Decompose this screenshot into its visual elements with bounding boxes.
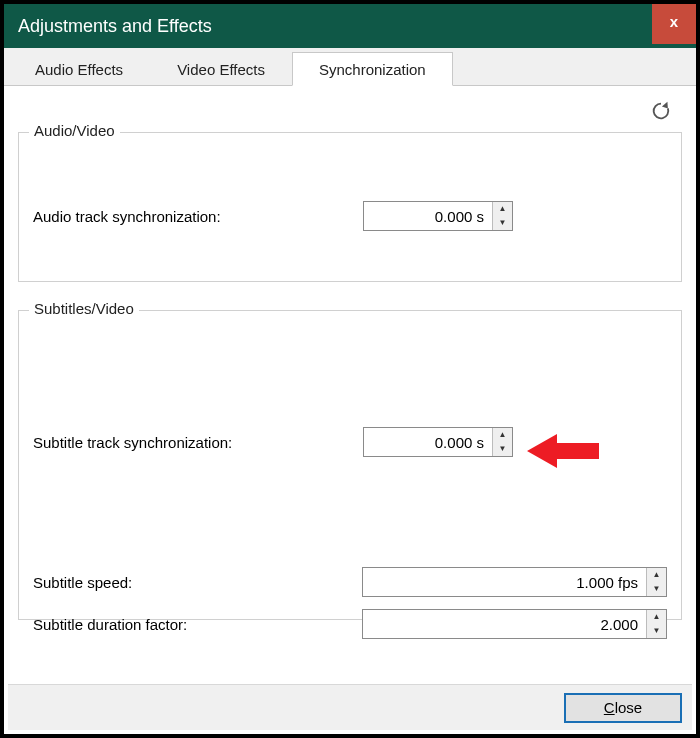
close-button-rest: lose (615, 699, 643, 716)
close-button-mnemonic: C (604, 699, 615, 716)
spin-up-button[interactable]: ▲ (493, 428, 512, 442)
tab-label: Audio Effects (35, 61, 123, 78)
tab-label: Video Effects (177, 61, 265, 78)
close-icon: x (670, 13, 678, 30)
spin-arrows: ▲ ▼ (492, 202, 512, 230)
tab-audio-effects[interactable]: Audio Effects (8, 52, 150, 86)
audio-sync-spinbox[interactable]: 0.000 s ▲ ▼ (363, 201, 513, 231)
audio-sync-value: 0.000 s (364, 208, 492, 225)
spin-down-button[interactable]: ▼ (647, 624, 666, 638)
group-subtitles-video: Subtitles/Video Subtitle track synchroni… (18, 310, 682, 620)
spin-up-button[interactable]: ▲ (647, 610, 666, 624)
window-close-button[interactable]: x (652, 4, 696, 44)
spin-down-button[interactable]: ▼ (493, 216, 512, 230)
title-bar: Adjustments and Effects x (4, 4, 696, 48)
close-button[interactable]: Close (564, 693, 682, 723)
refresh-icon (650, 100, 672, 122)
subtitle-factor-spinbox[interactable]: 2.000 ▲ ▼ (362, 609, 667, 639)
subtitle-sync-spinbox[interactable]: 0.000 s ▲ ▼ (363, 427, 513, 457)
group-audio-video: Audio/Video Audio track synchronization:… (18, 132, 682, 282)
spin-arrows: ▲ ▼ (646, 568, 666, 596)
label-subtitle-factor: Subtitle duration factor: (33, 616, 362, 633)
dialog-button-bar: Close (8, 684, 692, 730)
spin-arrows: ▲ ▼ (492, 428, 512, 456)
label-subtitle-speed: Subtitle speed: (33, 574, 362, 591)
label-subtitle-sync: Subtitle track synchronization: (33, 434, 363, 451)
subtitle-factor-value: 2.000 (363, 616, 646, 633)
tab-content-synchronization: Audio/Video Audio track synchronization:… (4, 86, 696, 620)
spin-down-button[interactable]: ▼ (493, 442, 512, 456)
subtitle-sync-value: 0.000 s (364, 434, 492, 451)
group-legend-audio-video: Audio/Video (29, 122, 120, 139)
tab-video-effects[interactable]: Video Effects (150, 52, 292, 86)
spin-down-button[interactable]: ▼ (647, 582, 666, 596)
group-legend-subtitles-video: Subtitles/Video (29, 300, 139, 317)
tab-label: Synchronization (319, 61, 426, 78)
window-title: Adjustments and Effects (18, 16, 212, 36)
refresh-button[interactable] (650, 100, 672, 122)
subtitle-speed-value: 1.000 fps (363, 574, 646, 591)
tab-synchronization[interactable]: Synchronization (292, 52, 453, 86)
spin-up-button[interactable]: ▲ (647, 568, 666, 582)
subtitle-speed-spinbox[interactable]: 1.000 fps ▲ ▼ (362, 567, 667, 597)
spin-up-button[interactable]: ▲ (493, 202, 512, 216)
label-audio-sync: Audio track synchronization: (33, 208, 363, 225)
tab-bar: Audio Effects Video Effects Synchronizat… (4, 48, 696, 86)
spin-arrows: ▲ ▼ (646, 610, 666, 638)
